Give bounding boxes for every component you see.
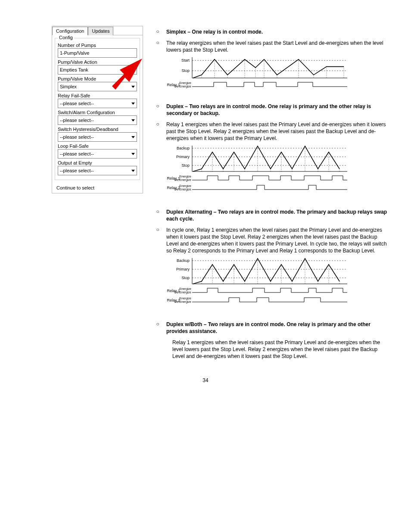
chevron-down-icon <box>131 136 135 138</box>
field-label: Loop Fail-Safe <box>58 143 137 149</box>
tab-bar: Configuration Updates <box>52 26 143 35</box>
chevron-down-icon <box>131 103 135 105</box>
radio-icon: ○ <box>155 40 160 46</box>
field-select[interactable]: --please select-- <box>58 99 137 108</box>
field-select[interactable]: Empties Tank <box>58 65 137 75</box>
svg-text:De-Energize: De-Energize <box>174 85 191 88</box>
bullet-duplex-title: ○ Duplex – Two relays are in control mod… <box>155 103 388 117</box>
content-column: ○ Simplex – One relay is in control mode… <box>155 28 388 360</box>
svg-text:De-Energize: De-Energize <box>174 178 191 182</box>
config-group: Config Number of Pumps1-Pump/ValvePump/V… <box>55 38 140 180</box>
svg-text:Energize: Energize <box>179 297 191 300</box>
diagram-duplex-alt: BackupPrimaryStopRelay 1EnergizeDe-Energ… <box>166 257 388 317</box>
field-label: Switch/Alarm Configuration <box>58 110 137 115</box>
field-select[interactable]: --please select-- <box>58 149 137 159</box>
continue-text: Continue to select <box>52 183 143 193</box>
svg-text:Stop: Stop <box>181 163 190 168</box>
field-select[interactable]: --please select-- <box>58 166 137 175</box>
svg-text:Start: Start <box>181 58 190 62</box>
bullet-simplex-desc: ○ The relay energizes when the level rai… <box>155 40 388 53</box>
page-number: 34 <box>0 377 411 383</box>
diagram-duplex: BackupPrimaryStopRelay 1EnergizeDe-Energ… <box>166 145 388 204</box>
svg-text:Energize: Energize <box>179 184 191 188</box>
field-select[interactable]: Simplex <box>58 82 137 91</box>
bullet-duplex-desc: ○ Relay 1 energizes when the level raise… <box>155 121 388 142</box>
config-panel: Configuration Updates Config Number of P… <box>52 26 143 193</box>
chevron-down-icon <box>131 153 135 155</box>
bullet-duplex-both-title: ○ Duplex w/Both – Two relays are in cont… <box>155 321 388 335</box>
field-label: Pump/Valve Action <box>58 59 137 65</box>
radio-icon: ○ <box>155 321 160 327</box>
svg-text:Backup: Backup <box>177 258 190 263</box>
group-legend: Config <box>58 35 74 40</box>
radio-icon: ○ <box>155 208 160 215</box>
field-label: Relay Fail-Safe <box>58 93 137 98</box>
field-select[interactable]: --please select-- <box>58 115 137 125</box>
svg-text:De-Energize: De-Energize <box>174 300 191 304</box>
svg-text:Primary: Primary <box>176 155 190 159</box>
chevron-down-icon <box>131 170 135 172</box>
svg-text:Energize: Energize <box>179 175 191 178</box>
svg-text:Energize: Energize <box>179 81 191 85</box>
bullet-simplex-title: ○ Simplex – One relay is in control mode… <box>155 28 388 35</box>
field-select[interactable]: --please select-- <box>58 132 137 142</box>
diagram-simplex: StartStopRelay 1EnergizeDe-Energize <box>166 56 388 99</box>
svg-text:Backup: Backup <box>177 146 190 150</box>
svg-text:Stop: Stop <box>181 68 190 73</box>
field-label: Switch Hysteresis/Deadband <box>58 127 137 132</box>
svg-text:Energize: Energize <box>179 287 191 291</box>
field-label: Number of Pumps <box>58 43 137 48</box>
field-select[interactable]: 1-Pump/Valve <box>58 48 137 58</box>
field-label: Pump/Valve Mode <box>58 76 137 81</box>
chevron-down-icon <box>131 119 135 121</box>
bullet-duplex-both-desc: Relay 1 energizes when the level raises … <box>166 339 388 360</box>
tab-configuration[interactable]: Configuration <box>52 27 88 35</box>
chevron-down-icon <box>131 69 135 71</box>
radio-icon: ○ <box>155 103 160 109</box>
radio-icon: ○ <box>155 121 160 127</box>
svg-text:De-Energize: De-Energize <box>174 291 191 294</box>
svg-text:Stop: Stop <box>181 276 190 280</box>
bullet-duplex-alt-desc: ○ In cycle one, Relay 1 energizes when t… <box>155 227 388 255</box>
bullet-duplex-alt-title: ○ Duplex Alternating – Two relays are in… <box>155 208 388 222</box>
svg-text:De-Energize: De-Energize <box>174 188 191 191</box>
radio-icon: ○ <box>155 28 160 34</box>
radio-icon: ○ <box>155 227 160 233</box>
chevron-down-icon <box>131 86 135 88</box>
svg-text:Primary: Primary <box>176 267 190 271</box>
tab-updates[interactable]: Updates <box>88 27 113 35</box>
field-label: Output at Empty <box>58 160 137 165</box>
